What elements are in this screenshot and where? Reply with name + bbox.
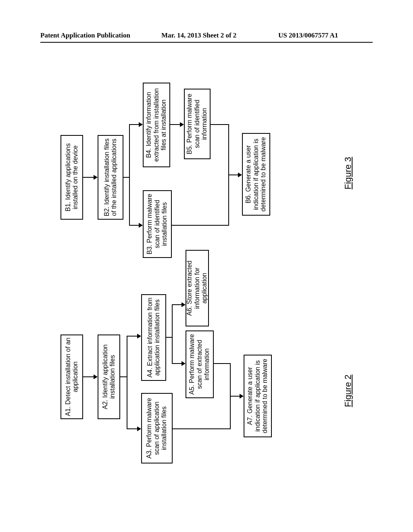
arrow: [211, 124, 228, 125]
arrowhead-down-icon: [181, 361, 186, 366]
arrow: [173, 428, 230, 429]
arrow: [127, 428, 137, 429]
header-rule: [40, 42, 373, 43]
arrow: [127, 337, 127, 429]
header-right: US 2013/0067577 A1: [278, 31, 338, 39]
arrow: [172, 363, 181, 364]
box-a2: A2. Identify application installation fi…: [98, 335, 120, 419]
arrowhead-down-icon: [238, 172, 242, 177]
arrow: [120, 376, 127, 377]
box-a1: A1. Detect installation of an applicatio…: [60, 335, 83, 419]
box-b4: B4. Identify information extracted from …: [143, 83, 170, 167]
header-mid: Mar. 14, 2013 Sheet 2 of 2: [161, 31, 236, 39]
box-b5: B5. Perform malware scan of identified i…: [184, 89, 211, 159]
arrowhead-down-icon: [137, 426, 141, 431]
arrowhead-down-icon: [137, 334, 141, 339]
box-a4: A4. Extract information from application…: [141, 294, 166, 381]
header-left: Patent Application Publication: [40, 31, 130, 39]
arrow: [172, 305, 173, 364]
arrowhead-down-icon: [139, 223, 143, 228]
box-b6: B6. Generate a user indication if applic…: [242, 133, 270, 216]
box-b2: B2. Identify installation files of the i…: [98, 135, 123, 220]
box-a3: A3. Perform malware scan of application …: [141, 393, 173, 463]
arrow: [214, 363, 230, 364]
figure-area: A1. Detect installation of an applicatio…: [36, 69, 367, 480]
box-a6: A6. Store extracted information for appl…: [186, 250, 209, 326]
arrow: [129, 125, 130, 226]
arrow: [127, 336, 137, 337]
arrowhead-down-icon: [94, 374, 98, 379]
arrow: [129, 124, 139, 125]
arrow: [129, 225, 139, 226]
arrowhead-down-icon: [139, 122, 143, 127]
arrow: [228, 175, 238, 175]
arrow: [170, 124, 180, 125]
arrowhead-down-icon: [181, 302, 186, 307]
arrowhead-down-icon: [94, 175, 98, 180]
arrow: [83, 177, 94, 178]
box-b1: B1. Identify applications installed on t…: [60, 135, 83, 220]
arrow: [83, 376, 94, 377]
arrowhead-down-icon: [240, 394, 244, 399]
arrow: [123, 177, 129, 178]
arrowhead-down-icon: [180, 122, 184, 127]
box-a5: A5. Perform malware scan of extracted in…: [186, 330, 214, 398]
arrow: [166, 337, 172, 338]
box-b3: B3. Perform malware scan of identified i…: [143, 190, 172, 258]
arrow: [230, 396, 240, 397]
figure-canvas: A1. Detect installation of an applicatio…: [36, 69, 367, 480]
figure-2-label: Figure 2: [343, 374, 353, 407]
page: Patent Application Publication Mar. 14, …: [0, 0, 413, 532]
arrow: [172, 304, 181, 305]
figure-3-label: Figure 3: [343, 157, 353, 189]
arrow: [172, 225, 228, 226]
box-a7: A7. Generate a user indication if applic…: [244, 355, 272, 437]
